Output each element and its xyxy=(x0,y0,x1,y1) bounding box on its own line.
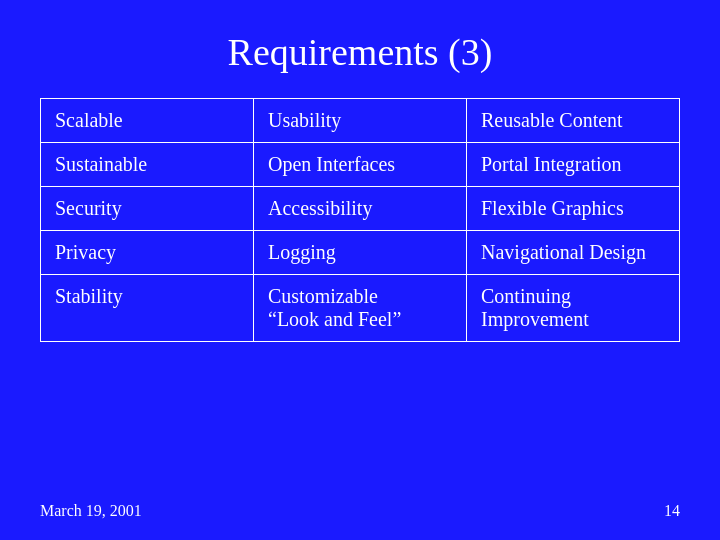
cell-3-0: Privacy xyxy=(41,231,254,275)
cell-3-2: Navigational Design xyxy=(467,231,680,275)
cell-2-2: Flexible Graphics xyxy=(467,187,680,231)
footer-page: 14 xyxy=(664,502,680,520)
cell-2-1: Accessibility xyxy=(254,187,467,231)
cell-4-1: Customizable“Look and Feel” xyxy=(254,275,467,342)
table-row: SustainableOpen InterfacesPortal Integra… xyxy=(41,143,680,187)
cell-0-0: Scalable xyxy=(41,99,254,143)
table-row: SecurityAccessibilityFlexible Graphics xyxy=(41,187,680,231)
cell-1-0: Sustainable xyxy=(41,143,254,187)
cell-4-2: Continuing Improvement xyxy=(467,275,680,342)
table-row: StabilityCustomizable“Look and Feel”Cont… xyxy=(41,275,680,342)
table-row: PrivacyLoggingNavigational Design xyxy=(41,231,680,275)
footer: March 19, 2001 14 xyxy=(40,502,680,520)
cell-0-1: Usability xyxy=(254,99,467,143)
cell-1-1: Open Interfaces xyxy=(254,143,467,187)
cell-1-2: Portal Integration xyxy=(467,143,680,187)
table-row: ScalableUsabilityReusable Content xyxy=(41,99,680,143)
cell-0-2: Reusable Content xyxy=(467,99,680,143)
cell-3-1: Logging xyxy=(254,231,467,275)
cell-2-0: Security xyxy=(41,187,254,231)
table-container: ScalableUsabilityReusable ContentSustain… xyxy=(40,98,680,494)
slide-title: Requirements (3) xyxy=(40,30,680,74)
requirements-table: ScalableUsabilityReusable ContentSustain… xyxy=(40,98,680,342)
footer-date: March 19, 2001 xyxy=(40,502,142,520)
slide: Requirements (3) ScalableUsabilityReusab… xyxy=(0,0,720,540)
cell-4-0: Stability xyxy=(41,275,254,342)
